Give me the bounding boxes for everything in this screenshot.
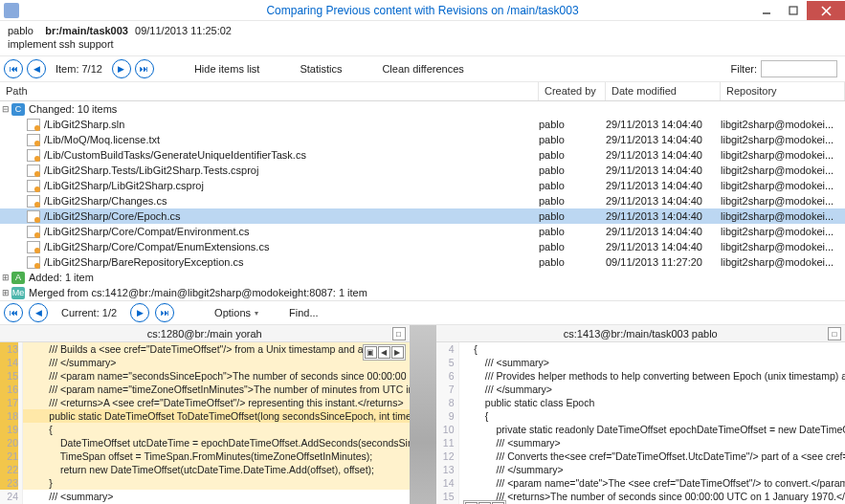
header-branch: br:/main/task003 (45, 25, 128, 36)
row-created-by: pablo (539, 210, 606, 222)
group-added[interactable]: ⊞ A Added: 1 item (0, 270, 845, 285)
group-added-label: Added: 1 item (29, 272, 94, 283)
table-row[interactable]: /LibGit2Sharp/Core/Compat/EnumExtensions… (0, 239, 845, 254)
last-diff-button[interactable]: ⏭ (155, 303, 174, 322)
row-path: /LibGit2Sharp/Core/Epoch.cs (44, 210, 539, 222)
col-path[interactable]: Path (0, 82, 539, 100)
header-date: 09/11/2013 11:25:02 (135, 25, 232, 36)
row-created-by: pablo (539, 241, 606, 252)
table-row[interactable]: /Lib/MoQ/Moq.license.txtpablo29/11/2013 … (0, 132, 845, 147)
row-repo: libgit2sharp@modokei... (721, 164, 845, 176)
options-dropdown[interactable]: Options ▾ (214, 307, 258, 318)
right-pane-title: cs:1413@br:/main/task003 pablo (564, 328, 718, 340)
row-path: /LibGit2Sharp/LibGit2Sharp.csproj (44, 180, 539, 191)
file-icon (27, 210, 40, 223)
clean-diff-button[interactable]: Clean differences (382, 63, 463, 75)
maximize-pane-button[interactable]: □ (392, 327, 406, 340)
title-bar: Comparing Previous content with Revision… (0, 0, 845, 21)
expand-icon[interactable]: ⊞ (0, 288, 11, 297)
table-row[interactable]: /LibGit2Sharp/Changes.cspablo29/11/2013 … (0, 193, 845, 208)
chevron-down-icon: ▾ (255, 309, 258, 318)
items-toolbar: ⏮ ◀ Item: 7/12 ▶ ⏭ Hide items list Stati… (0, 55, 845, 82)
statistics-button[interactable]: Statistics (300, 63, 342, 75)
row-date: 29/11/2013 14:04:40 (606, 149, 721, 161)
group-merged[interactable]: ⊞ Me Merged from cs:1412@br:/main@libgit… (0, 285, 845, 300)
changeset-header: pablo br:/main/task003 09/11/2013 11:25:… (0, 21, 845, 55)
row-date: 29/11/2013 14:04:40 (606, 195, 721, 207)
prev-diff-button[interactable]: ◀ (29, 303, 48, 322)
header-subject: implement ssh support (8, 38, 837, 50)
prev-item-button[interactable]: ◀ (27, 59, 46, 78)
collapse-icon[interactable]: ⊟ (0, 104, 11, 114)
window-title: Comparing Previous content with Revision… (0, 4, 845, 17)
row-repo: libgit2sharp@modokei... (721, 241, 845, 252)
row-created-by: pablo (539, 256, 606, 268)
row-path: /LibGit2Sharp.sln (44, 119, 539, 130)
row-date: 29/11/2013 14:04:40 (606, 241, 721, 252)
table-row[interactable]: /LibGit2Sharp/BareRepositoryException.cs… (0, 254, 845, 270)
left-code[interactable]: /// Builds a <see cref="DateTimeOffset"/… (23, 342, 410, 504)
diff-nav-overlay[interactable]: ▣◀▶ (363, 344, 406, 361)
row-repo: libgit2sharp@modokei... (721, 226, 845, 237)
row-path: /Lib/CustomBuildTasks/GenerateUniqueIden… (44, 149, 539, 161)
table-row[interactable]: /LibGit2Sharp.Tests/LibGit2Sharp.Tests.c… (0, 163, 845, 178)
maximize-pane-button[interactable]: □ (828, 327, 841, 340)
row-date: 29/11/2013 14:04:40 (606, 134, 721, 145)
svg-rect-1 (789, 7, 797, 14)
hide-items-button[interactable]: Hide items list (194, 63, 259, 75)
table-row[interactable]: /Lib/CustomBuildTasks/GenerateUniqueIden… (0, 147, 845, 163)
last-item-button[interactable]: ⏭ (135, 59, 154, 78)
maximize-button[interactable] (780, 1, 807, 20)
minimize-button[interactable] (753, 1, 780, 20)
diff-nav-overlay[interactable]: ▣◀▶ (463, 500, 506, 504)
changed-badge-icon: C (11, 103, 25, 116)
item-counter: Item: 7/12 (56, 63, 102, 75)
row-created-by: pablo (539, 195, 606, 207)
row-repo: libgit2sharp@modokei... (721, 210, 845, 222)
table-row[interactable]: /LibGit2Sharp.slnpablo29/11/2013 14:04:4… (0, 117, 845, 132)
file-icon (27, 195, 40, 208)
row-created-by: pablo (539, 119, 606, 130)
options-label: Options (214, 307, 251, 318)
close-button[interactable] (807, 1, 845, 20)
row-repo: libgit2sharp@modokei... (721, 134, 845, 145)
table-row[interactable]: /LibGit2Sharp/LibGit2Sharp.csprojpablo29… (0, 178, 845, 193)
next-diff-button[interactable]: ▶ (130, 303, 149, 322)
find-button[interactable]: Find... (289, 307, 319, 318)
row-repo: libgit2sharp@modokei... (721, 195, 845, 207)
row-date: 29/11/2013 14:04:40 (606, 180, 721, 191)
col-created-by[interactable]: Created by (539, 82, 606, 100)
expand-icon[interactable]: ⊞ (0, 273, 11, 282)
filter-input[interactable] (761, 60, 837, 77)
diff-counter: Current: 1/2 (61, 307, 117, 318)
col-repository[interactable]: Repository (721, 82, 845, 100)
diff-toolbar: ⏮ ◀ Current: 1/2 ▶ ⏭ Options ▾ Find... (0, 300, 845, 325)
merged-badge-icon: Me (11, 287, 25, 299)
next-item-button[interactable]: ▶ (112, 59, 131, 78)
file-icon (27, 134, 40, 146)
row-repo: libgit2sharp@modokei... (721, 149, 845, 161)
row-date: 29/11/2013 14:04:40 (606, 226, 721, 237)
row-path: /LibGit2Sharp.Tests/LibGit2Sharp.Tests.c… (44, 164, 539, 176)
file-icon (27, 241, 40, 253)
file-icon (27, 180, 40, 192)
table-row[interactable]: /LibGit2Sharp/Core/Compat/Environment.cs… (0, 224, 845, 239)
group-changed[interactable]: ⊟ C Changed: 10 items (0, 101, 845, 117)
table-row[interactable]: /LibGit2Sharp/Core/Epoch.cspablo29/11/20… (0, 208, 845, 224)
file-icon (27, 164, 40, 177)
row-repo: libgit2sharp@modokei... (721, 119, 845, 130)
right-code[interactable]: { /// <summary> /// Provides helper meth… (459, 342, 846, 504)
row-path: /LibGit2Sharp/Core/Compat/Environment.cs (44, 226, 539, 237)
file-icon (27, 119, 40, 131)
row-date: 09/11/2013 11:27:20 (606, 256, 721, 268)
file-tree: ⊟ C Changed: 10 items /LibGit2Sharp.slnp… (0, 101, 845, 300)
first-diff-button[interactable]: ⏮ (4, 303, 23, 322)
row-created-by: pablo (539, 226, 606, 237)
col-date-modified[interactable]: Date modified (606, 82, 721, 100)
row-created-by: pablo (539, 180, 606, 191)
row-date: 29/11/2013 14:04:40 (606, 119, 721, 130)
first-item-button[interactable]: ⏮ (4, 59, 23, 78)
left-pane-title: cs:1280@br:/main yorah (147, 328, 262, 340)
diff-ribbon[interactable] (410, 325, 436, 504)
file-list-header: Path Created by Date modified Repository (0, 82, 845, 101)
